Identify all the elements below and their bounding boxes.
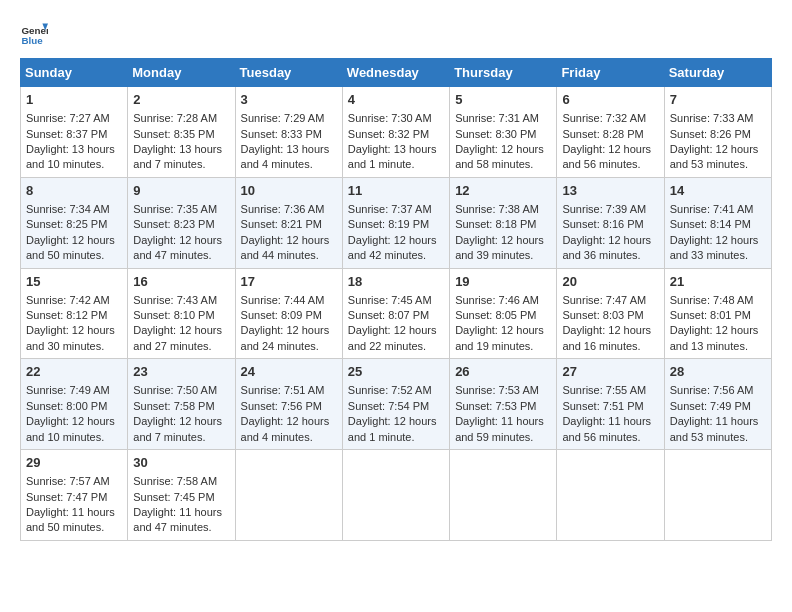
daylight: Daylight: 11 hours and 59 minutes.: [455, 415, 544, 442]
calendar-cell: 6Sunrise: 7:32 AMSunset: 8:28 PMDaylight…: [557, 87, 664, 178]
daylight: Daylight: 12 hours and 39 minutes.: [455, 234, 544, 261]
calendar-cell: [557, 450, 664, 541]
sunset: Sunset: 7:53 PM: [455, 400, 536, 412]
sunset: Sunset: 8:16 PM: [562, 218, 643, 230]
calendar-cell: 24Sunrise: 7:51 AMSunset: 7:56 PMDayligh…: [235, 359, 342, 450]
calendar-cell: 21Sunrise: 7:48 AMSunset: 8:01 PMDayligh…: [664, 268, 771, 359]
day-number: 28: [670, 363, 766, 381]
calendar-cell: 2Sunrise: 7:28 AMSunset: 8:35 PMDaylight…: [128, 87, 235, 178]
sunset: Sunset: 8:00 PM: [26, 400, 107, 412]
daylight: Daylight: 11 hours and 53 minutes.: [670, 415, 759, 442]
day-number: 7: [670, 91, 766, 109]
day-number: 6: [562, 91, 658, 109]
day-number: 10: [241, 182, 337, 200]
day-number: 30: [133, 454, 229, 472]
calendar-cell: 29Sunrise: 7:57 AMSunset: 7:47 PMDayligh…: [21, 450, 128, 541]
calendar-cell: 15Sunrise: 7:42 AMSunset: 8:12 PMDayligh…: [21, 268, 128, 359]
weekday-header-tuesday: Tuesday: [235, 59, 342, 87]
daylight: Daylight: 12 hours and 33 minutes.: [670, 234, 759, 261]
daylight: Daylight: 12 hours and 58 minutes.: [455, 143, 544, 170]
day-number: 18: [348, 273, 444, 291]
day-number: 24: [241, 363, 337, 381]
calendar-cell: [235, 450, 342, 541]
sunset: Sunset: 7:49 PM: [670, 400, 751, 412]
day-number: 8: [26, 182, 122, 200]
weekday-header-saturday: Saturday: [664, 59, 771, 87]
day-number: 14: [670, 182, 766, 200]
sunrise: Sunrise: 7:50 AM: [133, 384, 217, 396]
sunrise: Sunrise: 7:43 AM: [133, 294, 217, 306]
daylight: Daylight: 12 hours and 56 minutes.: [562, 143, 651, 170]
sunset: Sunset: 7:47 PM: [26, 491, 107, 503]
calendar-cell: 27Sunrise: 7:55 AMSunset: 7:51 PMDayligh…: [557, 359, 664, 450]
sunrise: Sunrise: 7:31 AM: [455, 112, 539, 124]
daylight: Daylight: 12 hours and 44 minutes.: [241, 234, 330, 261]
day-number: 5: [455, 91, 551, 109]
sunset: Sunset: 8:09 PM: [241, 309, 322, 321]
day-number: 27: [562, 363, 658, 381]
calendar-cell: 30Sunrise: 7:58 AMSunset: 7:45 PMDayligh…: [128, 450, 235, 541]
sunrise: Sunrise: 7:52 AM: [348, 384, 432, 396]
weekday-header-wednesday: Wednesday: [342, 59, 449, 87]
calendar-cell: 20Sunrise: 7:47 AMSunset: 8:03 PMDayligh…: [557, 268, 664, 359]
sunrise: Sunrise: 7:28 AM: [133, 112, 217, 124]
sunset: Sunset: 7:45 PM: [133, 491, 214, 503]
sunrise: Sunrise: 7:56 AM: [670, 384, 754, 396]
daylight: Daylight: 13 hours and 10 minutes.: [26, 143, 115, 170]
sunrise: Sunrise: 7:37 AM: [348, 203, 432, 215]
sunset: Sunset: 8:26 PM: [670, 128, 751, 140]
calendar-cell: 7Sunrise: 7:33 AMSunset: 8:26 PMDaylight…: [664, 87, 771, 178]
day-number: 9: [133, 182, 229, 200]
daylight: Daylight: 12 hours and 27 minutes.: [133, 324, 222, 351]
sunset: Sunset: 8:03 PM: [562, 309, 643, 321]
sunset: Sunset: 8:23 PM: [133, 218, 214, 230]
weekday-header-thursday: Thursday: [450, 59, 557, 87]
sunrise: Sunrise: 7:39 AM: [562, 203, 646, 215]
sunrise: Sunrise: 7:30 AM: [348, 112, 432, 124]
calendar-cell: 1Sunrise: 7:27 AMSunset: 8:37 PMDaylight…: [21, 87, 128, 178]
sunrise: Sunrise: 7:51 AM: [241, 384, 325, 396]
daylight: Daylight: 12 hours and 4 minutes.: [241, 415, 330, 442]
sunset: Sunset: 8:10 PM: [133, 309, 214, 321]
sunset: Sunset: 7:54 PM: [348, 400, 429, 412]
weekday-header-sunday: Sunday: [21, 59, 128, 87]
sunrise: Sunrise: 7:49 AM: [26, 384, 110, 396]
sunrise: Sunrise: 7:57 AM: [26, 475, 110, 487]
calendar-cell: 11Sunrise: 7:37 AMSunset: 8:19 PMDayligh…: [342, 177, 449, 268]
calendar-cell: 12Sunrise: 7:38 AMSunset: 8:18 PMDayligh…: [450, 177, 557, 268]
daylight: Daylight: 13 hours and 4 minutes.: [241, 143, 330, 170]
calendar-cell: 26Sunrise: 7:53 AMSunset: 7:53 PMDayligh…: [450, 359, 557, 450]
daylight: Daylight: 12 hours and 22 minutes.: [348, 324, 437, 351]
sunset: Sunset: 7:51 PM: [562, 400, 643, 412]
daylight: Daylight: 11 hours and 56 minutes.: [562, 415, 651, 442]
sunrise: Sunrise: 7:46 AM: [455, 294, 539, 306]
sunset: Sunset: 8:25 PM: [26, 218, 107, 230]
daylight: Daylight: 12 hours and 24 minutes.: [241, 324, 330, 351]
day-number: 13: [562, 182, 658, 200]
sunset: Sunset: 8:32 PM: [348, 128, 429, 140]
daylight: Daylight: 12 hours and 50 minutes.: [26, 234, 115, 261]
sunset: Sunset: 8:18 PM: [455, 218, 536, 230]
day-number: 4: [348, 91, 444, 109]
daylight: Daylight: 13 hours and 1 minute.: [348, 143, 437, 170]
day-number: 16: [133, 273, 229, 291]
sunrise: Sunrise: 7:53 AM: [455, 384, 539, 396]
day-number: 17: [241, 273, 337, 291]
day-number: 3: [241, 91, 337, 109]
page-header: General Blue: [20, 20, 772, 48]
sunset: Sunset: 8:14 PM: [670, 218, 751, 230]
sunset: Sunset: 8:12 PM: [26, 309, 107, 321]
svg-text:Blue: Blue: [21, 35, 43, 46]
sunset: Sunset: 7:58 PM: [133, 400, 214, 412]
day-number: 11: [348, 182, 444, 200]
day-number: 26: [455, 363, 551, 381]
calendar-cell: 13Sunrise: 7:39 AMSunset: 8:16 PMDayligh…: [557, 177, 664, 268]
sunrise: Sunrise: 7:38 AM: [455, 203, 539, 215]
day-number: 15: [26, 273, 122, 291]
day-number: 23: [133, 363, 229, 381]
calendar-cell: 19Sunrise: 7:46 AMSunset: 8:05 PMDayligh…: [450, 268, 557, 359]
sunset: Sunset: 8:05 PM: [455, 309, 536, 321]
calendar-cell: [664, 450, 771, 541]
calendar-cell: [342, 450, 449, 541]
sunrise: Sunrise: 7:47 AM: [562, 294, 646, 306]
